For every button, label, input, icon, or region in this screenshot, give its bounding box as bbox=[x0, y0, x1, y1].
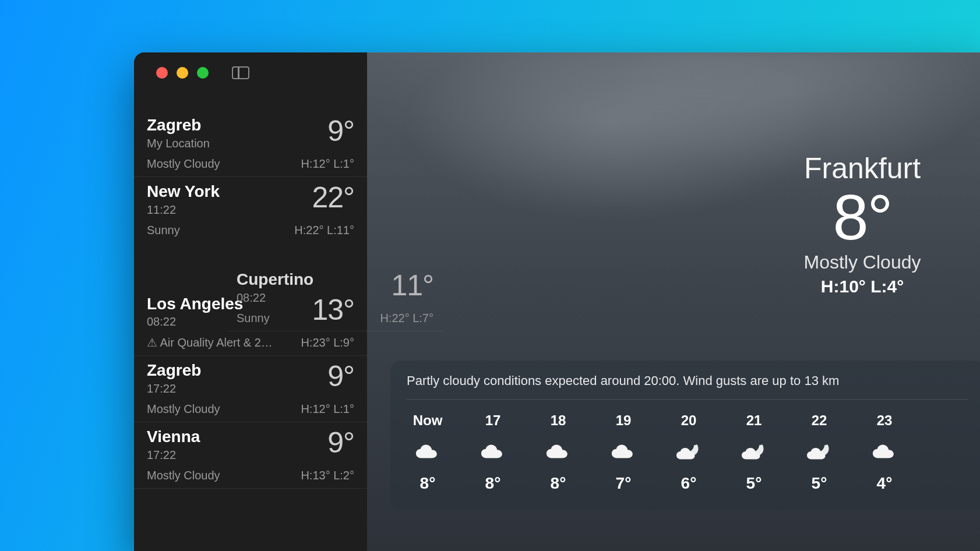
hour-temp: 4° bbox=[877, 474, 893, 493]
location-temp: 22° bbox=[312, 183, 354, 212]
location-condition: Sunny bbox=[237, 312, 270, 325]
night-cloud-icon bbox=[805, 441, 833, 461]
hour-temp: 7° bbox=[616, 474, 632, 493]
hourly-forecast-panel: Partly cloudy conditions expected around… bbox=[390, 361, 980, 510]
titlebar bbox=[134, 52, 980, 93]
location-item-newyork[interactable]: New York 11:22 22° Sunny H:22° L:11° bbox=[134, 177, 367, 243]
location-subtitle: 17:22 bbox=[147, 448, 200, 462]
location-hilo: H:13° L:2° bbox=[301, 469, 354, 482]
hour-forecast-now: Now8° bbox=[407, 412, 449, 493]
hour-forecast-17: 178° bbox=[472, 412, 514, 493]
forecast-description: Partly cloudy conditions expected around… bbox=[407, 373, 968, 400]
location-hilo: H:23° L:9° bbox=[301, 336, 354, 349]
location-name: Cupertino bbox=[237, 271, 313, 289]
location-item-zagreb-2[interactable]: Zagreb 17:22 9° Mostly Cloudy H:12° L:1° bbox=[134, 356, 367, 422]
location-subtitle: My Location bbox=[147, 137, 210, 150]
minimize-window-button[interactable] bbox=[177, 67, 188, 79]
cloud-icon bbox=[414, 441, 441, 461]
location-temp: 9° bbox=[327, 116, 354, 146]
hero-hilo: H:10° L:4° bbox=[740, 277, 980, 296]
hero-city-name: Frankfurt bbox=[740, 151, 980, 185]
cloud-icon bbox=[610, 441, 637, 461]
weather-detail-panel: Frankfurt 8° Mostly Cloudy H:10° L:4° Pa… bbox=[367, 52, 980, 551]
hour-temp: 5° bbox=[812, 474, 827, 493]
location-hilo: H:12° L:1° bbox=[301, 402, 354, 416]
night-cloud-icon bbox=[675, 441, 703, 461]
night-cloud-icon bbox=[740, 441, 768, 461]
cloud-icon bbox=[871, 441, 898, 461]
hour-time: Now bbox=[413, 412, 443, 429]
location-temp: 9° bbox=[327, 428, 354, 457]
location-item-cupertino-dragging[interactable]: Cupertino 08:22 11° Sunny H:22° L:7° bbox=[227, 265, 443, 331]
hour-time: 22 bbox=[812, 412, 827, 429]
location-item-vienna[interactable]: Vienna 17:22 9° Mostly Cloudy H:13° L:2° bbox=[134, 422, 367, 489]
location-condition: ⚠ Air Quality Alert & 2… bbox=[147, 335, 273, 349]
hour-time: 23 bbox=[877, 412, 893, 429]
hour-temp: 5° bbox=[746, 474, 762, 493]
hour-temp: 6° bbox=[681, 474, 697, 493]
location-condition: Sunny bbox=[147, 224, 180, 237]
cloud-icon bbox=[545, 441, 572, 461]
hour-forecast-23: 234° bbox=[863, 412, 905, 493]
hour-time: 18 bbox=[551, 412, 566, 429]
hour-forecast-22: 225° bbox=[798, 412, 840, 493]
location-subtitle: 17:22 bbox=[147, 382, 201, 395]
location-name: Vienna bbox=[147, 428, 200, 446]
location-temp: 9° bbox=[327, 362, 354, 391]
location-name: Zagreb bbox=[147, 362, 201, 380]
cloud-icon bbox=[480, 441, 506, 461]
location-name: New York bbox=[147, 183, 220, 201]
hour-forecast-19: 197° bbox=[602, 412, 644, 493]
hour-forecast-20: 206° bbox=[668, 412, 710, 493]
hero-condition: Mostly Cloudy bbox=[740, 252, 980, 273]
location-temp: 11° bbox=[391, 271, 433, 300]
zoom-window-button[interactable] bbox=[197, 67, 209, 79]
sidebar-toggle-icon[interactable] bbox=[232, 66, 249, 79]
hour-time: 21 bbox=[746, 412, 762, 429]
hour-temp: 8° bbox=[485, 474, 501, 493]
location-item-zagreb-current[interactable]: Zagreb My Location 9° Mostly Cloudy H:12… bbox=[134, 111, 367, 177]
hour-temp: 8° bbox=[420, 474, 436, 493]
hour-time: 17 bbox=[485, 412, 501, 429]
location-condition: Mostly Cloudy bbox=[147, 469, 220, 482]
weather-window: Zagreb My Location 9° Mostly Cloudy H:12… bbox=[134, 52, 980, 551]
hour-time: 19 bbox=[616, 412, 632, 429]
location-subtitle: 11:22 bbox=[147, 203, 220, 217]
hour-temp: 8° bbox=[551, 474, 566, 493]
hour-time: 20 bbox=[681, 412, 697, 429]
location-name: Zagreb bbox=[147, 116, 210, 135]
location-condition: Mostly Cloudy bbox=[147, 157, 220, 171]
location-hilo: H:12° L:1° bbox=[301, 157, 354, 171]
traffic-lights bbox=[156, 67, 209, 79]
current-weather-hero: Frankfurt 8° Mostly Cloudy H:10° L:4° bbox=[740, 151, 980, 296]
hourly-forecast-row[interactable]: Now8°178°188°197°206°215°225°234° bbox=[407, 412, 968, 493]
location-subtitle: 08:22 bbox=[237, 291, 313, 305]
location-condition: Mostly Cloudy bbox=[147, 402, 220, 416]
close-window-button[interactable] bbox=[156, 67, 168, 79]
hero-temperature: 8° bbox=[740, 185, 980, 249]
hour-forecast-18: 188° bbox=[537, 412, 579, 493]
location-hilo: H:22° L:7° bbox=[380, 312, 433, 325]
location-hilo: H:22° L:11° bbox=[294, 224, 354, 237]
hour-forecast-21: 215° bbox=[733, 412, 775, 493]
